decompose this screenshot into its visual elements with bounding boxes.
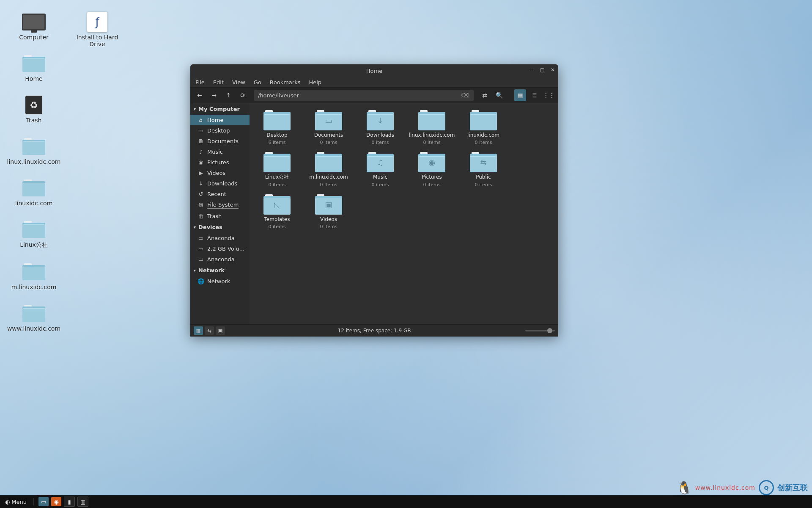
video-icon: ▶	[198, 170, 204, 176]
sidebar-item-documents[interactable]: 🗎Documents	[190, 136, 250, 146]
folder-linux-linuxidc-com[interactable]: linux.linuxidc.com 0 items	[407, 108, 457, 148]
folder-linuxidc-com[interactable]: linuxidc.com 0 items	[458, 108, 508, 148]
desktop-icon-label: Trash	[26, 117, 42, 124]
sidebar-item-network[interactable]: 🌐Network	[190, 276, 250, 287]
search-button[interactable]: 🔍	[493, 89, 505, 101]
zoom-slider[interactable]	[525, 330, 555, 331]
folder-downloads[interactable]: ↓ Downloads 0 items	[355, 108, 405, 148]
menu-view[interactable]: View	[232, 79, 245, 86]
sidebar-item-label: Anaconda	[207, 256, 235, 262]
menu-file[interactable]: File	[195, 79, 205, 86]
desktop-icon-linuxidc-com[interactable]: linuxidc.com	[8, 179, 59, 207]
toolbar: ← → ↑ ⟳ /home/liveuser ⌫ ⇄ 🔍 ▦ ≣ ⋮⋮	[190, 87, 558, 103]
maximize-button[interactable]: ▢	[540, 67, 545, 73]
sidebar-item-2-2-gb-volu-[interactable]: ▭2.2 GB Volu…	[190, 243, 250, 254]
folder-icon	[22, 179, 46, 197]
folder-name: Downloads	[366, 132, 394, 138]
compact-view-button[interactable]: ⋮⋮	[543, 89, 555, 101]
desktop-icon-m-linuxidc-com[interactable]: m.linuxidc.com	[8, 262, 59, 290]
menu-bar: FileEditViewGoBookmarksHelp	[190, 77, 558, 87]
firefox-launcher[interactable]: ◉	[51, 497, 61, 506]
sidebar-section-network[interactable]: ▾Network	[190, 265, 250, 276]
install-icon: ƒ	[85, 13, 109, 31]
folder-m-linuxidc-com[interactable]: m.linuxidc.com 0 items	[304, 149, 354, 190]
folder-desktop[interactable]: Desktop 6 items	[252, 108, 302, 148]
desktop-icon-computer[interactable]: Computer	[8, 13, 59, 41]
folder-videos[interactable]: ▣ Videos 0 items	[304, 192, 354, 232]
desktop-icon-www-linuxidc-com[interactable]: www.linuxidc.com	[8, 304, 59, 332]
toggle-location-button[interactable]: ⇄	[479, 89, 491, 101]
menu-go[interactable]: Go	[254, 79, 261, 86]
sidebar-item-anaconda[interactable]: ▭Anaconda	[190, 254, 250, 265]
folder-documents[interactable]: ▭ Documents 0 items	[304, 108, 354, 148]
fs-icon: ⛃	[198, 202, 204, 208]
disk-icon: ▭	[198, 256, 204, 262]
forward-button[interactable]: →	[208, 89, 220, 101]
folder-item-count: 0 items	[320, 224, 337, 229]
folder-grid: Desktop 6 items ▭ Documents 0 items ↓ Do…	[252, 108, 556, 232]
desktop-icon-home[interactable]: Home	[8, 54, 59, 82]
show-places-button[interactable]: ▥	[194, 326, 203, 335]
sidebar-item-pictures[interactable]: ◉Pictures	[190, 157, 250, 168]
close-sidebar-button[interactable]: ▣	[216, 326, 225, 335]
folder-view[interactable]: Desktop 6 items ▭ Documents 0 items ↓ Do…	[250, 103, 558, 324]
desktop-icon-label: linux.linuxidc.com	[7, 158, 61, 165]
desktop-icon-label: Home	[25, 75, 42, 82]
icon-view-button[interactable]: ▦	[514, 89, 526, 101]
window-titlebar[interactable]: Home — ▢ ✕	[190, 64, 558, 77]
trash-icon: 🗑	[198, 213, 204, 219]
show-desktop-button[interactable]: ▭	[38, 497, 49, 506]
sidebar-item-recent[interactable]: ↺Recent	[190, 189, 250, 199]
sidebar-item-music[interactable]: ♪Music	[190, 146, 250, 157]
clear-path-icon[interactable]: ⌫	[461, 92, 469, 99]
desktop-icon-install-to-hard-drive[interactable]: ƒ Install to Hard Drive	[72, 13, 123, 47]
up-button[interactable]: ↑	[222, 89, 234, 101]
sidebar-item-desktop[interactable]: ▭Desktop	[190, 125, 250, 136]
folder-name: Documents	[314, 132, 343, 138]
folder-name: linuxidc.com	[467, 132, 499, 138]
sidebar-item-label: File System	[207, 202, 239, 209]
sidebar-item-anaconda[interactable]: ▭Anaconda	[190, 233, 250, 243]
sidebar-item-downloads[interactable]: ↓Downloads	[190, 178, 250, 189]
sidebar-section-my computer[interactable]: ▾My Computer	[190, 103, 250, 115]
sidebar-item-videos[interactable]: ▶Videos	[190, 168, 250, 178]
terminal-launcher[interactable]: ▮	[64, 497, 75, 507]
folder-music[interactable]: ♫ Music 0 items	[355, 149, 405, 190]
desktop-icons-column-1: Computer Home ♻ Trash linux.linuxidc.com…	[8, 13, 59, 332]
files-launcher[interactable]: ▥	[77, 497, 88, 507]
folder-public[interactable]: ⇆ Public 0 items	[458, 149, 508, 190]
folder-pictures[interactable]: ◉ Pictures 0 items	[407, 149, 457, 190]
back-button[interactable]: ←	[194, 89, 206, 101]
sidebar-section-devices[interactable]: ▾Devices	[190, 221, 250, 233]
desktop-icon-linux-linuxidc-com[interactable]: linux.linuxidc.com	[8, 137, 59, 165]
minimize-button[interactable]: —	[529, 67, 534, 73]
window-controls: — ▢ ✕	[529, 67, 555, 73]
zoom-handle[interactable]	[547, 328, 552, 333]
taskbar: ◐ Menu ▭ ◉ ▮ ▥	[0, 495, 812, 508]
desktop-icon-trash[interactable]: ♻ Trash	[8, 96, 59, 124]
window-title: Home	[366, 68, 382, 74]
music-icon: ♪	[198, 149, 204, 155]
list-view-button[interactable]: ≣	[529, 89, 540, 101]
sidebar-item-home[interactable]: ⌂Home	[190, 115, 250, 125]
show-tree-button[interactable]: ⇆	[205, 326, 214, 335]
path-input[interactable]: /home/liveuser ⌫	[254, 90, 474, 101]
sidebar-item-trash[interactable]: 🗑Trash	[190, 211, 250, 221]
folder-name: Pictures	[422, 174, 442, 180]
folder-templates[interactable]: ◺ Templates 0 items	[252, 192, 302, 232]
menu-help[interactable]: Help	[309, 79, 321, 86]
desktop-icon-linux-[interactable]: Linux公社	[8, 220, 59, 249]
desktop-icon-label: Linux公社	[20, 241, 48, 249]
folder-linux-[interactable]: Linux公社 0 items	[252, 149, 302, 190]
reload-button[interactable]: ⟳	[237, 89, 249, 101]
menu-edit[interactable]: Edit	[213, 79, 224, 86]
sidebar-item-label: Music	[207, 149, 223, 155]
folder-item-count: 0 items	[423, 182, 440, 188]
start-menu-button[interactable]: ◐ Menu	[3, 497, 29, 506]
menu-bookmarks[interactable]: Bookmarks	[270, 79, 301, 86]
sidebar-item-file-system[interactable]: ⛃File System	[190, 199, 250, 211]
home-icon: ⌂	[198, 117, 204, 123]
sidebar-item-label: 2.2 GB Volu…	[207, 246, 245, 252]
desktop-icon-label: linuxidc.com	[15, 200, 53, 207]
close-button[interactable]: ✕	[551, 67, 555, 73]
